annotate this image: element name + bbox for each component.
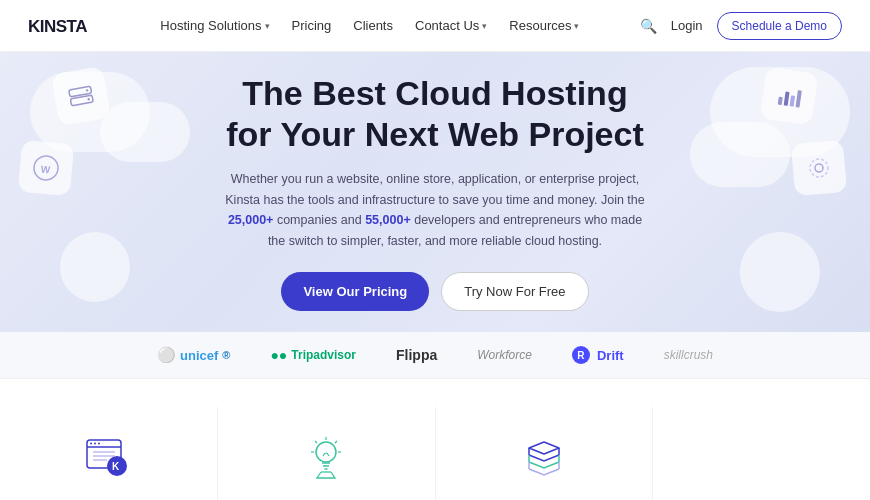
svg-point-4 xyxy=(87,98,90,101)
services-section: K Managed WordPress Hosting xyxy=(0,379,870,500)
stat2-highlight: 55,000+ xyxy=(365,213,411,227)
search-icon[interactable]: 🔍 xyxy=(640,18,657,34)
tripadvisor-logo: ●● Tripadvisor xyxy=(270,347,356,363)
decorative-blob xyxy=(690,122,790,187)
svg-point-3 xyxy=(86,89,89,92)
view-pricing-button[interactable]: View Our Pricing xyxy=(281,272,429,311)
nav-pricing[interactable]: Pricing xyxy=(292,18,332,33)
nav-hosting-solutions[interactable]: Hosting Solutions ▾ xyxy=(160,18,269,33)
deco-settings-icon xyxy=(791,140,847,196)
svg-rect-9 xyxy=(790,95,795,106)
svg-rect-10 xyxy=(796,90,802,107)
hero-content: The Best Cloud Hosting for Your Next Web… xyxy=(225,73,645,310)
svg-point-12 xyxy=(809,158,829,178)
site-logo[interactable]: KINSTA xyxy=(28,15,100,37)
svg-text:K: K xyxy=(112,461,120,472)
svg-point-23 xyxy=(316,442,336,462)
hero-buttons: View Our Pricing Try Now For Free xyxy=(225,272,645,311)
service-card-wordpress: K Managed WordPress Hosting xyxy=(0,407,218,500)
deco-chart-icon xyxy=(760,67,819,126)
deco-server-icon xyxy=(51,66,111,126)
nav-clients[interactable]: Clients xyxy=(353,18,393,33)
hero-subtitle: Whether you run a website, online store,… xyxy=(225,169,645,252)
decorative-blob xyxy=(740,232,820,312)
svg-point-17 xyxy=(98,443,100,445)
svg-line-28 xyxy=(335,441,337,443)
svg-point-16 xyxy=(94,443,96,445)
application-hosting-icon xyxy=(296,427,356,487)
login-link[interactable]: Login xyxy=(671,18,703,33)
nav-links: Hosting Solutions ▾ Pricing Clients Cont… xyxy=(160,18,579,33)
try-now-button[interactable]: Try Now For Free xyxy=(441,272,588,311)
svg-point-11 xyxy=(815,164,824,173)
service-card-database: Database Hosting xyxy=(436,407,654,500)
svg-text:W: W xyxy=(40,164,51,176)
svg-point-15 xyxy=(90,443,92,445)
drift-logo: R Drift xyxy=(572,346,624,364)
hero-section: W The Best Cloud Hosting for Your Next W… xyxy=(0,52,870,332)
chevron-down-icon: ▾ xyxy=(482,21,487,31)
nav-actions: 🔍 Login Schedule a Demo xyxy=(640,12,842,40)
svg-rect-8 xyxy=(784,91,790,105)
service-card-application: Application Hosting xyxy=(218,407,436,500)
logos-strip: ⚪ unicef® ●● Tripadvisor Flippa Workforc… xyxy=(0,332,870,379)
workforce-logo: Workforce xyxy=(477,348,532,362)
flippa-logo: Flippa xyxy=(396,347,437,363)
skillcrush-logo: skillcrush xyxy=(664,348,713,362)
unicef-logo: ⚪ unicef® xyxy=(157,346,230,364)
navbar: KINSTA Hosting Solutions ▾ Pricing Clien… xyxy=(0,0,870,52)
nav-resources[interactable]: Resources ▾ xyxy=(509,18,579,33)
nav-contact[interactable]: Contact Us ▾ xyxy=(415,18,487,33)
service-card-extra xyxy=(653,407,870,500)
chevron-down-icon: ▾ xyxy=(574,21,579,31)
decorative-blob xyxy=(100,102,190,162)
svg-text:KINSTA: KINSTA xyxy=(28,17,87,36)
decorative-blob xyxy=(60,232,130,302)
svg-line-30 xyxy=(315,441,317,443)
schedule-demo-button[interactable]: Schedule a Demo xyxy=(717,12,842,40)
hero-title: The Best Cloud Hosting for Your Next Web… xyxy=(225,73,645,155)
database-hosting-icon xyxy=(514,427,574,487)
svg-rect-7 xyxy=(778,97,783,105)
deco-wordpress-icon: W xyxy=(18,140,74,196)
wordpress-hosting-icon: K xyxy=(78,427,138,487)
chevron-down-icon: ▾ xyxy=(265,21,270,31)
